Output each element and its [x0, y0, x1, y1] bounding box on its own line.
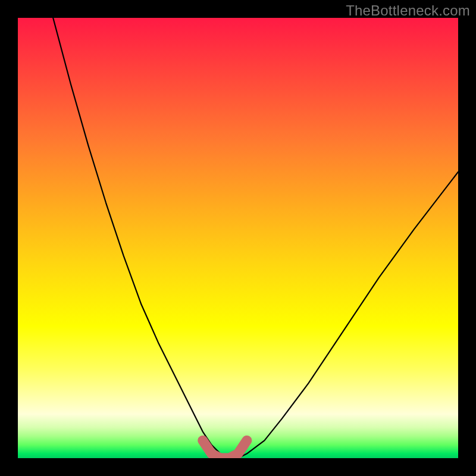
chart-frame: TheBottleneck.com	[0, 0, 476, 476]
curve-svg	[18, 18, 458, 458]
optimal-highlight-path	[203, 440, 247, 458]
plot-area	[18, 18, 458, 458]
bottleneck-curve-path	[53, 18, 458, 458]
watermark-text: TheBottleneck.com	[346, 2, 470, 19]
